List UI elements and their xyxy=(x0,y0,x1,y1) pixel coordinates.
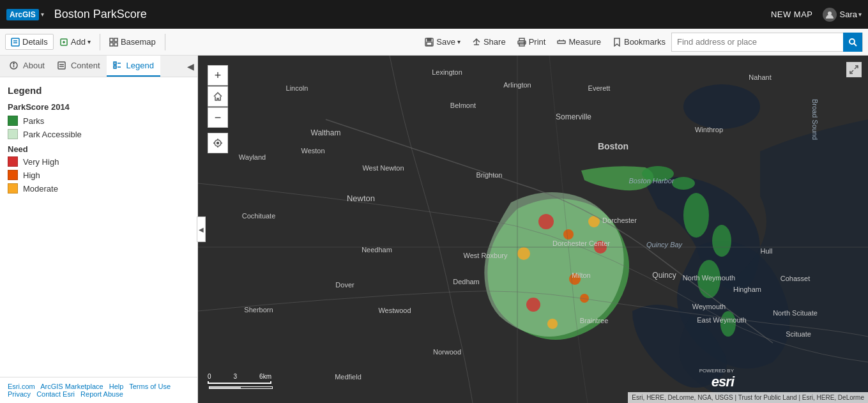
winthrop-label: Winthrop xyxy=(695,126,723,133)
svg-rect-9 xyxy=(110,43,113,46)
svg-rect-8 xyxy=(114,38,118,42)
bookmarks-button[interactable]: Bookmarks xyxy=(607,34,671,50)
measure-button[interactable]: Measure xyxy=(551,34,607,50)
locate-button[interactable] xyxy=(208,133,228,153)
esri-logo-text: esri xyxy=(712,374,734,390)
everett-label: Everett xyxy=(588,84,611,92)
save-button[interactable]: Save ▾ xyxy=(419,34,466,50)
high-swatch xyxy=(8,170,18,180)
scale-label-6km: 6km xyxy=(259,373,271,380)
search-container[interactable] xyxy=(671,33,863,52)
tab-about[interactable]: About xyxy=(3,56,51,77)
svg-rect-32 xyxy=(114,66,116,68)
add-button[interactable]: Add ▾ xyxy=(54,34,96,50)
legend-title: Legend xyxy=(8,85,190,96)
lexington-label: Lexington xyxy=(432,68,462,76)
footer-terms-link[interactable]: Terms of Use xyxy=(129,383,171,390)
footer-marketplace-link[interactable]: ArcGIS Marketplace xyxy=(40,383,103,390)
user-dropdown-arrow: ▾ xyxy=(858,11,862,18)
svg-point-36 xyxy=(538,214,554,229)
svg-point-40 xyxy=(526,298,540,312)
svg-point-38 xyxy=(517,247,530,260)
lincoln-label: Lincoln xyxy=(286,84,308,92)
panel-collapse-button[interactable]: ◀ xyxy=(187,61,194,72)
legend-need-section: Need Very High High Moderate xyxy=(8,144,190,194)
svg-point-35 xyxy=(683,84,760,129)
panel-content: Legend ParkScore 2014 Parks Park Accessi… xyxy=(0,77,197,377)
svg-point-50 xyxy=(672,177,695,190)
quincy-label: Quincy xyxy=(652,271,676,280)
arcgis-logo[interactable]: ArcGIS ▾ xyxy=(6,9,44,20)
tab-content[interactable]: Content xyxy=(51,56,107,77)
svg-rect-7 xyxy=(110,38,113,42)
svg-point-37 xyxy=(563,229,574,240)
footer-help-link[interactable]: Help xyxy=(109,383,124,390)
print-button[interactable]: Print xyxy=(512,34,552,50)
high-label: High xyxy=(23,171,40,180)
panel-toggle-button[interactable]: ◀ xyxy=(197,217,206,242)
very-high-swatch xyxy=(8,156,18,167)
braintree-label: Braintree xyxy=(580,317,609,324)
broad-sound-label: Broad Sound xyxy=(811,99,819,140)
svg-rect-1 xyxy=(11,38,19,46)
hingham-label: Hingham xyxy=(733,285,761,293)
svg-rect-27 xyxy=(58,62,65,69)
home-button[interactable] xyxy=(208,86,228,107)
basemap-button[interactable]: Basemap xyxy=(103,34,162,50)
search-button[interactable] xyxy=(843,33,862,52)
quincy-bay-label: Quincy Bay xyxy=(646,241,683,248)
svg-point-45 xyxy=(683,193,709,238)
dover-label: Dover xyxy=(335,281,354,289)
user-menu[interactable]: Sara ▾ xyxy=(823,8,862,22)
user-avatar xyxy=(823,8,837,22)
waltham-label: Waltham xyxy=(311,128,341,137)
measure-label: Measure xyxy=(568,37,601,47)
newton-label: Newton xyxy=(347,194,375,203)
footer-esri-link[interactable]: Esri.com xyxy=(8,383,35,390)
park-accessible-label: Park Accessible xyxy=(23,130,82,139)
somerville-label: Somerville xyxy=(556,112,591,121)
details-button[interactable]: Details xyxy=(5,34,54,50)
zoom-in-button[interactable]: + xyxy=(208,65,228,86)
add-label: Add xyxy=(71,37,86,47)
app-title: Boston ParkScore xyxy=(54,8,147,21)
map-expand-button[interactable] xyxy=(846,62,862,77)
need-group-title: Need xyxy=(8,144,190,154)
search-input[interactable] xyxy=(672,37,843,47)
share-button[interactable]: Share xyxy=(466,34,512,50)
dorchester-center-label: Dorchester Center xyxy=(552,240,610,247)
moderate-swatch xyxy=(8,183,18,194)
map-area[interactable]: Lexington Arlington Everett Nahant Broad… xyxy=(198,56,868,403)
footer-privacy-link[interactable]: Privacy xyxy=(8,390,31,398)
attribution-text: Esri, HERE, DeLorme, NGA, USGS | Trust f… xyxy=(632,394,864,401)
dedham-label: Dedham xyxy=(453,278,480,285)
tab-legend-label: Legend xyxy=(126,61,154,70)
moderate-label: Moderate xyxy=(23,184,58,194)
west-newton-label: West Newton xyxy=(362,164,404,172)
arlington-label: Arlington xyxy=(503,81,531,89)
svg-rect-62 xyxy=(209,386,241,389)
arcgis-dropdown-arrow[interactable]: ▾ xyxy=(41,11,44,18)
new-map-button[interactable]: NEW MAP xyxy=(771,10,813,19)
westwood-label: Westwood xyxy=(378,307,411,314)
north-scituate-label: North Scituate xyxy=(773,309,818,317)
tab-legend[interactable]: Legend xyxy=(107,56,160,77)
belmont-label: Belmont xyxy=(450,102,476,109)
main-area: About Content Legend ◀ xyxy=(0,56,868,403)
toolbar-separator-1 xyxy=(100,34,100,50)
footer-contact-link[interactable]: Contact Esri xyxy=(36,390,75,398)
details-label: Details xyxy=(22,37,48,47)
svg-point-26 xyxy=(13,63,14,64)
zoom-out-button[interactable]: − xyxy=(208,107,228,128)
top-bar: ArcGIS ▾ Boston ParkScore NEW MAP Sara ▾ xyxy=(0,0,868,29)
legend-item-park-accessible: Park Accessible xyxy=(8,129,190,139)
scale-label-0: 0 xyxy=(208,373,211,380)
footer-abuse-link[interactable]: Report Abuse xyxy=(80,390,123,398)
scale-line xyxy=(208,381,271,384)
tab-content-label: Content xyxy=(71,61,100,70)
park-accessible-swatch xyxy=(8,129,18,139)
very-high-label: Very High xyxy=(23,157,59,167)
scale-labels: 0 3 6km xyxy=(208,373,271,380)
weymouth-label: Weymouth xyxy=(692,303,726,310)
add-dropdown-arrow: ▾ xyxy=(88,38,91,45)
